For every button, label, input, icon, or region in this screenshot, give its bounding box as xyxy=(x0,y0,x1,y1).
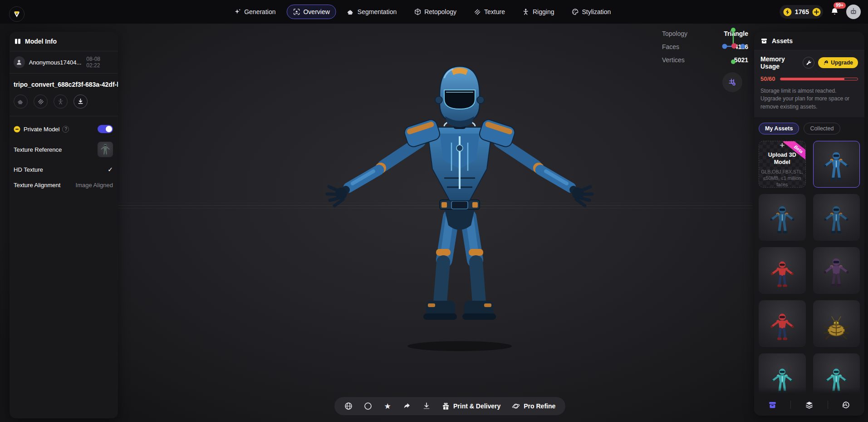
credits-count: 1765 xyxy=(795,8,809,15)
assets-panel: Assets Memory Usage Upgrade 50/60 Storag… xyxy=(754,32,864,416)
upgrade-button[interactable]: Upgrade xyxy=(818,57,858,68)
rocket-icon xyxy=(823,60,829,65)
notifications-button[interactable]: 99+ xyxy=(830,7,839,16)
asset-thumbnail-teal-robot-1[interactable] xyxy=(759,353,806,400)
spiderman-figure xyxy=(769,312,796,344)
check-icon: ✓ xyxy=(108,166,113,173)
tab-texture[interactable]: Texture xyxy=(467,5,511,19)
tab-label: Segmentation xyxy=(358,8,397,15)
user-avatar[interactable] xyxy=(846,5,861,19)
tab-label: Rigging xyxy=(533,8,554,15)
armor-figure xyxy=(822,204,850,238)
download-icon xyxy=(77,98,84,105)
download-icon[interactable] xyxy=(422,402,431,410)
segmentation-action-button[interactable] xyxy=(14,94,28,109)
palette-icon xyxy=(571,8,579,15)
tab-my-assets[interactable]: My Assets xyxy=(759,123,799,134)
hatch-icon xyxy=(474,8,481,15)
robot-figure xyxy=(824,367,849,397)
pro-refine-button[interactable]: Pro Refine xyxy=(512,402,555,410)
wireframe-globe-icon[interactable] xyxy=(344,402,353,410)
tab-segmentation[interactable]: Segmentation xyxy=(341,5,403,19)
asset-thumbnail-robed-creature[interactable] xyxy=(813,247,860,294)
asset-thumbnail-blue-armor-1[interactable] xyxy=(759,194,806,241)
history-icon xyxy=(842,401,850,409)
model-actions-row xyxy=(10,93,118,116)
texture-alignment-value: Image Aligned xyxy=(76,182,113,189)
history-button[interactable] xyxy=(828,401,864,409)
favorite-star-icon[interactable]: ★ xyxy=(383,402,392,410)
viewport-canvas[interactable]: TopologyTriangle Faces4116 Vertices5021 xyxy=(0,24,868,422)
help-icon[interactable]: ? xyxy=(62,126,69,133)
hd-texture-label: HD Texture xyxy=(14,166,43,173)
shading-circle-icon[interactable] xyxy=(364,402,372,410)
asset-thumbnail-teal-robot-2[interactable] xyxy=(813,353,860,400)
toggle-knob xyxy=(106,126,112,132)
private-model-toggle[interactable] xyxy=(98,125,113,133)
memory-usage-value: 50/60 xyxy=(760,75,775,82)
memory-progress-bar xyxy=(780,78,858,80)
asset-thumbnail-golden-beetle[interactable] xyxy=(813,300,860,347)
rigging-action-button[interactable] xyxy=(54,94,68,109)
armor-figure xyxy=(822,150,851,185)
stat-label: Vertices xyxy=(662,56,685,64)
texture-reference-row: Texture Reference xyxy=(10,142,118,157)
gift-icon xyxy=(442,402,450,410)
memory-usage-label: Memory Usage xyxy=(760,55,803,70)
texture-alignment-label: Texture Alignment xyxy=(14,182,60,189)
tab-overview[interactable]: Overview xyxy=(286,5,336,19)
asset-thumbnail-blue-armor-2[interactable] xyxy=(813,194,860,241)
add-credits-icon xyxy=(812,8,821,16)
asset-thumbnail-spiderman-tpose[interactable] xyxy=(759,300,806,347)
coin-icon xyxy=(14,126,20,133)
wrench-icon xyxy=(806,60,812,66)
model-author-row: Anonymous17404... 08-08 02:22 xyxy=(10,51,118,73)
robot-figure xyxy=(770,367,795,397)
toggle-axes-button[interactable] xyxy=(722,72,742,92)
divider xyxy=(10,116,118,116)
armor-figure xyxy=(768,204,796,238)
upgrade-label: Upgrade xyxy=(831,60,853,66)
hatch-icon xyxy=(37,98,44,105)
share-icon[interactable] xyxy=(403,402,411,410)
stat-label: Topology xyxy=(662,30,687,37)
author-name: Anonymous17404... xyxy=(29,59,82,66)
upload-card-formats: GLB,OBJ,FBX,STL, ≤50MB, ≤1 million faces xyxy=(761,169,803,188)
tab-generation[interactable]: Generation xyxy=(227,5,282,19)
tab-rigging[interactable]: Rigging xyxy=(516,5,560,19)
model-3d-armored-character[interactable] xyxy=(305,36,614,354)
frame-scan-icon xyxy=(293,8,300,15)
texture-reference-figure xyxy=(99,143,111,157)
assets-header: Assets xyxy=(754,32,864,50)
model-info-icon xyxy=(14,38,21,45)
axes-icon xyxy=(728,78,737,87)
puzzle-icon xyxy=(17,98,24,105)
tab-retopology[interactable]: Retopology xyxy=(407,5,463,19)
print-delivery-label: Print & Delivery xyxy=(453,402,500,410)
upload-3d-model-card[interactable]: + Upload 3D Model GLB,OBJ,FBX,STL, ≤50MB… xyxy=(759,141,806,188)
texture-action-button[interactable] xyxy=(34,94,48,109)
box-icon xyxy=(768,401,777,409)
assets-library-button[interactable] xyxy=(754,401,790,409)
credits-pill[interactable]: 1765 xyxy=(780,5,823,19)
tab-stylization[interactable]: Stylization xyxy=(565,5,617,19)
panel-title: Assets xyxy=(772,37,793,45)
planet-icon xyxy=(512,402,520,410)
tab-label: Generation xyxy=(244,8,275,15)
assets-bottom-bar xyxy=(754,394,864,416)
asset-thumbnail-spiderman-standing[interactable] xyxy=(759,247,806,294)
layers-button[interactable] xyxy=(791,401,827,409)
axis-gizmo[interactable] xyxy=(721,25,748,69)
asset-thumbnail-blue-armor-selected[interactable] xyxy=(813,141,860,188)
beetle-figure xyxy=(822,311,850,344)
archive-box-icon xyxy=(760,37,768,45)
download-action-button[interactable] xyxy=(74,94,88,109)
manage-storage-button[interactable] xyxy=(803,57,814,69)
wireframe-cube-icon xyxy=(414,8,421,15)
texture-reference-thumbnail[interactable] xyxy=(98,142,113,157)
print-delivery-button[interactable]: Print & Delivery xyxy=(442,402,500,410)
sparkle-icon xyxy=(234,8,241,15)
tab-collected[interactable]: Collected xyxy=(804,123,840,134)
app-logo[interactable] xyxy=(9,6,25,22)
upload-card-title: Upload 3D Model xyxy=(763,151,802,166)
